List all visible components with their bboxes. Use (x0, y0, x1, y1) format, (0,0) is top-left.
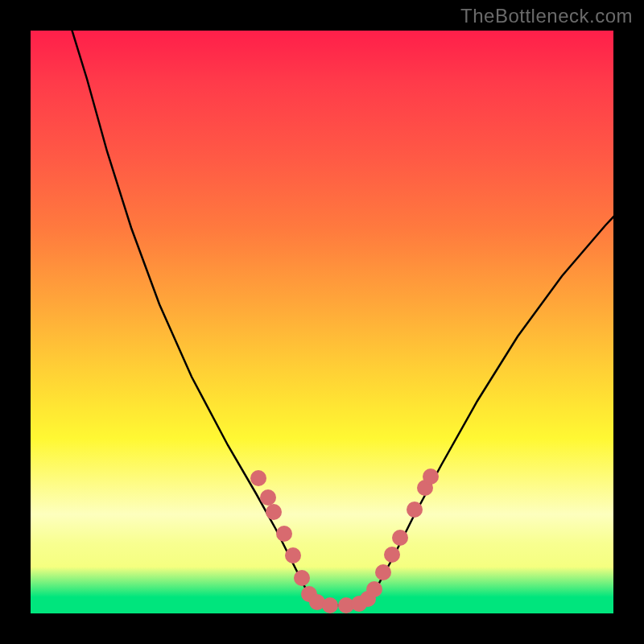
data-marker (285, 547, 301, 564)
data-marker (266, 504, 282, 520)
plot-area (31, 31, 613, 613)
data-marker (392, 530, 408, 546)
data-marker (366, 581, 382, 597)
data-marker (375, 564, 391, 580)
data-marker (423, 469, 439, 485)
data-marker (276, 526, 292, 542)
data-marker (407, 502, 423, 518)
data-marker (384, 547, 400, 563)
data-marker (260, 489, 276, 506)
data-marker (294, 570, 310, 586)
marker-group (250, 469, 439, 613)
curve-group (71, 31, 613, 605)
chart-frame: TheBottleneck.com (0, 0, 644, 644)
data-marker (250, 470, 266, 486)
data-marker (322, 597, 338, 613)
chart-svg (31, 31, 613, 613)
watermark-text: TheBottleneck.com (460, 5, 633, 27)
